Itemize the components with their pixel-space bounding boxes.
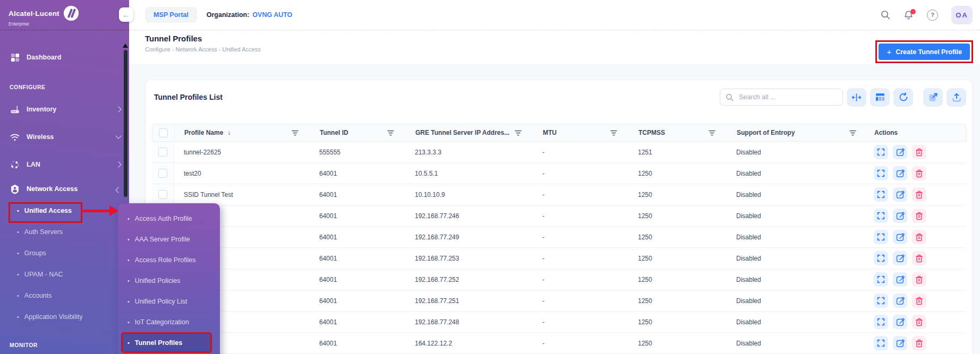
expand-button[interactable] bbox=[874, 230, 888, 244]
cell-tcpmss: 1250 bbox=[627, 290, 726, 311]
table-row: SSID Tunnel Test6400110.10.10.9-1250Disa… bbox=[152, 184, 966, 205]
column-header-entropy[interactable]: Support of Entropy bbox=[726, 124, 867, 141]
row-checkbox[interactable] bbox=[158, 169, 167, 178]
sidebar-collapse-button[interactable]: ← bbox=[119, 7, 133, 22]
expand-button[interactable] bbox=[874, 336, 888, 350]
help-icon[interactable]: ? bbox=[927, 10, 938, 21]
row-checkbox[interactable] bbox=[158, 148, 167, 157]
delete-button[interactable] bbox=[912, 251, 926, 265]
filter-icon[interactable] bbox=[515, 130, 522, 136]
submenu-item-iot-categorization[interactable]: •IoT Categorization bbox=[118, 312, 220, 332]
edit-button[interactable] bbox=[893, 315, 907, 329]
upload-button[interactable] bbox=[947, 88, 966, 107]
expand-columns-button[interactable] bbox=[847, 88, 866, 107]
sidebar-subitem-groups[interactable]: •Groups bbox=[0, 243, 129, 263]
submenu-item-unified-policy-list[interactable]: •Unified Policy List bbox=[118, 291, 220, 312]
delete-button[interactable] bbox=[912, 187, 926, 202]
create-tunnel-profile-button[interactable]: + Create Tunnel Profile bbox=[879, 44, 970, 60]
sidebar-subitem-auth-servers[interactable]: •Auth Servers bbox=[0, 222, 129, 242]
edit-button[interactable] bbox=[893, 251, 907, 265]
delete-button[interactable] bbox=[912, 166, 926, 180]
delete-button[interactable] bbox=[912, 293, 926, 308]
search-input[interactable] bbox=[738, 93, 837, 101]
delete-button[interactable] bbox=[912, 336, 926, 350]
expand-button[interactable] bbox=[874, 293, 888, 308]
cell-actions bbox=[866, 227, 966, 247]
cell-mtu: - bbox=[532, 184, 627, 205]
column-header-tunnel-id[interactable]: Tunnel ID bbox=[309, 124, 405, 141]
sidebar-subitem-accounts[interactable]: •Accounts bbox=[0, 286, 129, 306]
sidebar-scrollbar[interactable] bbox=[124, 50, 127, 197]
sidebar-item-dashboard[interactable]: Dashboard bbox=[0, 48, 129, 67]
topbar: MSP Portal Organization: OVNG AUTO ? OA bbox=[129, 0, 980, 30]
column-header-profile-name[interactable]: Profile Name↓ bbox=[175, 124, 309, 141]
sidebar-item-wireless[interactable]: Wireless bbox=[0, 127, 129, 146]
delete-button[interactable] bbox=[912, 272, 926, 287]
filter-icon[interactable] bbox=[849, 130, 856, 136]
cell-actions bbox=[866, 163, 966, 184]
submenu-item-access-auth-profile[interactable]: •Access Auth Profile bbox=[118, 208, 220, 229]
filter-icon[interactable] bbox=[387, 130, 394, 136]
edit-button[interactable] bbox=[893, 145, 907, 159]
msp-portal-button[interactable]: MSP Portal bbox=[145, 7, 197, 23]
expand-button[interactable] bbox=[874, 315, 888, 329]
refresh-button[interactable] bbox=[893, 88, 913, 107]
filter-icon[interactable] bbox=[292, 130, 299, 136]
sidebar-subitem-unified-access[interactable]: •Unified Access bbox=[0, 201, 129, 221]
column-header-gre-ip[interactable]: GRE Tunnel Server IP Addres... bbox=[405, 124, 532, 141]
edit-button[interactable] bbox=[893, 187, 907, 202]
organization-value[interactable]: OVNG AUTO bbox=[252, 11, 292, 19]
sidebar-subitem-upam-nac[interactable]: •UPAM - NAC bbox=[0, 264, 129, 284]
expand-button[interactable] bbox=[874, 187, 888, 202]
delete-button[interactable] bbox=[912, 230, 926, 244]
tunnel-profiles-table: Profile Name↓Tunnel IDGRE Tunnel Server … bbox=[152, 124, 966, 354]
cell-gre-ip: 164.122.12.2 bbox=[404, 333, 532, 353]
submenu-item-unified-policies[interactable]: •Unified Policies bbox=[118, 270, 220, 291]
edit-button[interactable] bbox=[893, 230, 907, 244]
cell-tunnel-id: 64001 bbox=[309, 227, 404, 247]
bullet-icon: • bbox=[127, 278, 130, 284]
column-header-select[interactable] bbox=[152, 124, 175, 141]
delete-button[interactable] bbox=[912, 145, 926, 159]
sort-desc-icon[interactable]: ↓ bbox=[227, 129, 231, 136]
filter-icon[interactable] bbox=[709, 130, 715, 136]
edit-button[interactable] bbox=[893, 166, 907, 180]
edit-button[interactable] bbox=[893, 293, 907, 308]
sidebar-subitem-application-visibility[interactable]: •Application Visibility bbox=[0, 307, 129, 327]
row-checkbox[interactable] bbox=[158, 190, 167, 199]
edit-button[interactable] bbox=[893, 272, 907, 287]
select-all-checkbox[interactable] bbox=[159, 128, 168, 137]
columns-button[interactable] bbox=[870, 88, 890, 107]
expand-button[interactable] bbox=[874, 166, 888, 180]
scroll-up-icon[interactable] bbox=[123, 44, 128, 48]
expand-button[interactable] bbox=[874, 251, 888, 265]
user-avatar[interactable]: OA bbox=[951, 6, 973, 24]
submenu-item-aaa-server-profile[interactable]: •AAA Server Profile bbox=[118, 229, 220, 249]
submenu-item-access-role-profiles[interactable]: •Access Role Profiles bbox=[118, 249, 220, 270]
sidebar-item-lan[interactable]: LAN bbox=[0, 155, 129, 174]
filter-icon[interactable] bbox=[610, 130, 617, 136]
edit-button[interactable] bbox=[893, 336, 907, 350]
column-header-mtu[interactable]: MTU bbox=[532, 124, 628, 141]
edit-button[interactable] bbox=[893, 209, 907, 223]
cell-gre-ip: 192.168.77.249 bbox=[404, 227, 532, 247]
sidebar-item-inventory[interactable]: Inventory bbox=[0, 100, 129, 119]
cell-tcpmss: 1250 bbox=[627, 333, 726, 353]
delete-button[interactable] bbox=[912, 315, 926, 329]
wireless-icon bbox=[10, 132, 20, 142]
column-header-tcpmss[interactable]: TCPMSS bbox=[628, 124, 726, 141]
delete-button[interactable] bbox=[912, 209, 926, 223]
search-icon[interactable] bbox=[881, 10, 890, 20]
chevron-right-icon bbox=[115, 106, 121, 112]
export-button[interactable] bbox=[923, 88, 943, 107]
expand-button[interactable] bbox=[874, 209, 888, 223]
expand-button[interactable] bbox=[874, 272, 888, 287]
sidebar-item-network-access[interactable]: Network Access bbox=[0, 179, 129, 198]
cell-tunnel-id: 64001 bbox=[309, 290, 404, 311]
submenu-item-tunnel-profiles[interactable]: •Tunnel Profiles bbox=[123, 334, 210, 351]
notifications-bell-icon[interactable] bbox=[904, 10, 914, 20]
expand-button[interactable] bbox=[874, 145, 888, 159]
bullet-icon: • bbox=[17, 314, 19, 320]
table-row: 64001192.168.77.252-1250Disabled bbox=[152, 269, 966, 290]
bullet-icon: • bbox=[17, 271, 19, 278]
